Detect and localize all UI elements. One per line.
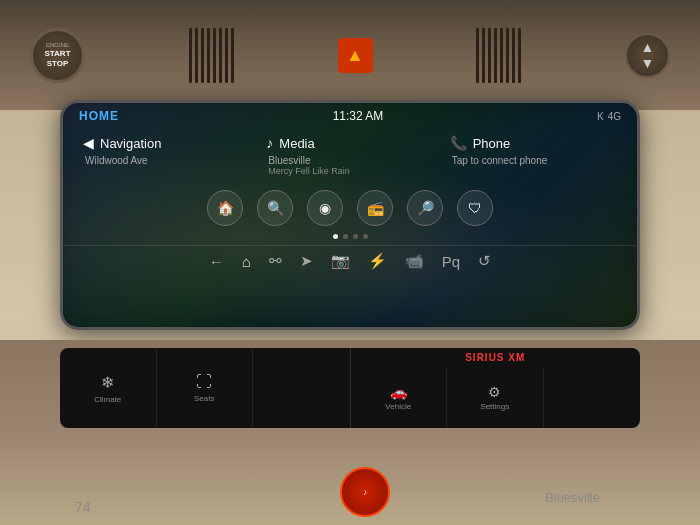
bluesville-logo: ♪ xyxy=(340,467,390,517)
media-subtitle: Bluesville xyxy=(266,155,433,166)
seats-button[interactable]: ⛶ Seats xyxy=(157,348,254,428)
media-header: ♪ Media xyxy=(266,135,433,151)
app-game-icon[interactable]: ◉ xyxy=(307,190,343,226)
seats-label: Seats xyxy=(194,394,214,403)
signal-nav-icon[interactable]: Pq xyxy=(442,252,460,270)
settings-label: Settings xyxy=(480,402,509,411)
app-browse-icon[interactable]: 🔎 xyxy=(407,190,443,226)
media-widget[interactable]: ♪ Media Bluesville Mercy Fell Like Rain xyxy=(258,129,441,182)
lower-right-controls: SIRIUS XM 🚗 Vehicle ⚙ Settings xyxy=(351,348,641,428)
home-label: HOME xyxy=(79,109,119,123)
hazard-icon: ▲ xyxy=(346,45,364,66)
climate-label: Climate xyxy=(94,395,121,404)
phone-icon: 📞 xyxy=(450,135,467,151)
top-vent-section: ENGINE START STOP ▲ xyxy=(0,0,700,110)
signal-icon: K xyxy=(597,111,604,122)
phone-widget[interactable]: 📞 Phone Tap to connect phone xyxy=(442,129,625,182)
cycle-nav-icon[interactable]: ↺ xyxy=(478,252,491,270)
status-bar: HOME 11:32 AM K 4G xyxy=(63,103,637,127)
dot-4 xyxy=(363,234,368,239)
page-dots xyxy=(63,230,637,243)
video-nav-icon[interactable]: 📹 xyxy=(405,252,424,270)
start-label: START STOP xyxy=(33,49,82,68)
main-content-grid: ◀ Navigation Wildwood Ave ♪ Media Bluesv… xyxy=(63,129,637,182)
navigation-widget[interactable]: ◀ Navigation Wildwood Ave xyxy=(75,129,258,182)
lower-console: ❄ Climate ⛶ Seats SIRIUS XM 🚗 Vehicle xyxy=(0,340,700,525)
temperature-display: 74 xyxy=(75,499,91,515)
bluetooth-nav-icon[interactable]: ⚡ xyxy=(368,252,387,270)
nav-icon: ◀ xyxy=(83,135,94,151)
phone-title: Phone xyxy=(473,136,511,151)
sirius-label: SIRIUS XM xyxy=(351,348,641,367)
main-screen[interactable]: HOME 11:32 AM K 4G ◀ Navigation Wildwood… xyxy=(60,100,640,330)
empty-item xyxy=(253,348,350,428)
bottom-nav-bar: ← ⌂ ⚯ ➤ 📷 ⚡ 📹 Pq ↺ xyxy=(63,245,637,278)
logo-text: ♪ xyxy=(363,488,367,497)
nav-title: Navigation xyxy=(100,136,161,151)
right-vents xyxy=(476,28,521,83)
left-vents xyxy=(189,28,234,83)
settings-button[interactable]: ⚙ Settings xyxy=(447,367,544,428)
nav-header: ◀ Navigation xyxy=(83,135,250,151)
status-icons: K 4G xyxy=(597,111,621,122)
climate-icon: ❄ xyxy=(101,373,114,392)
start-stop-button[interactable]: ENGINE START STOP xyxy=(30,28,85,83)
settings-icon: ⚙ xyxy=(488,384,501,400)
empty-sirius xyxy=(544,367,641,428)
network-label: 4G xyxy=(608,111,621,122)
app-radio-icon[interactable]: 📻 xyxy=(357,190,393,226)
dot-1 xyxy=(333,234,338,239)
camera-nav-icon[interactable]: 📷 xyxy=(331,252,350,270)
vehicle-label: Vehicle xyxy=(385,402,411,411)
back-nav-icon[interactable]: ← xyxy=(209,252,224,270)
hazard-button[interactable]: ▲ xyxy=(338,38,373,73)
app-search-icon[interactable]: 🔍 xyxy=(257,190,293,226)
seats-icon: ⛶ xyxy=(196,373,212,391)
temp-value: 74 xyxy=(75,499,91,515)
nav-arrow-icon[interactable]: ➤ xyxy=(300,252,313,270)
dot-3 xyxy=(353,234,358,239)
media-icon: ♪ xyxy=(266,135,273,151)
volume-button[interactable]: ▲▼ xyxy=(625,33,670,78)
phone-header: 📞 Phone xyxy=(450,135,617,151)
time-display: 11:32 AM xyxy=(333,109,384,123)
app-home-icon[interactable]: 🏠 xyxy=(207,190,243,226)
app-icons-row: 🏠 🔍 ◉ 📻 🔎 🛡 xyxy=(63,182,637,230)
lower-screen: ❄ Climate ⛶ Seats SIRIUS XM 🚗 Vehicle xyxy=(60,348,640,428)
app-shield-icon[interactable]: 🛡 xyxy=(457,190,493,226)
media-song: Mercy Fell Like Rain xyxy=(266,166,433,176)
station-name: Bluesville xyxy=(545,490,600,505)
link-nav-icon[interactable]: ⚯ xyxy=(269,252,282,270)
dot-2 xyxy=(343,234,348,239)
vehicle-icon: 🚗 xyxy=(390,384,407,400)
media-title: Media xyxy=(279,136,314,151)
climate-button[interactable]: ❄ Climate xyxy=(60,348,157,428)
nav-subtitle: Wildwood Ave xyxy=(83,155,250,166)
volume-icon: ▲▼ xyxy=(641,39,655,71)
sirius-row: 🚗 Vehicle ⚙ Settings xyxy=(351,367,641,428)
vehicle-button[interactable]: 🚗 Vehicle xyxy=(351,367,448,428)
phone-subtitle: Tap to connect phone xyxy=(450,155,617,166)
lower-left-controls: ❄ Climate ⛶ Seats xyxy=(60,348,351,428)
home-nav-icon[interactable]: ⌂ xyxy=(242,252,251,270)
car-interior: ENGINE START STOP ▲ xyxy=(0,0,700,525)
